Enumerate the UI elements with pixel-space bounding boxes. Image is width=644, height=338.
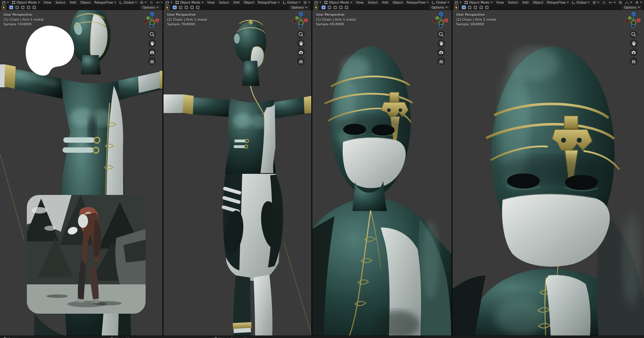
editor-type-selector[interactable] (165, 1, 172, 5)
select-mode-subtract[interactable] (473, 5, 477, 9)
retopoflow-menu[interactable]: RetopoFlow (258, 1, 280, 4)
show-gizmo-selector[interactable] (635, 1, 642, 5)
mode-selector[interactable]: Object Mode (12, 1, 40, 4)
select-mode-extend[interactable] (178, 5, 182, 9)
active-tool-button[interactable] (165, 5, 170, 10)
camera-view-button[interactable] (630, 48, 638, 56)
menu-add[interactable]: Add (69, 1, 77, 4)
viewport-canvas-4[interactable]: User Perspective (1) Chain | Arm 1 metal… (453, 10, 644, 335)
select-mode-invert[interactable] (190, 5, 194, 9)
zoom-button[interactable] (437, 30, 445, 38)
pan-button[interactable] (297, 39, 305, 47)
active-tool-button[interactable] (454, 5, 459, 10)
menu-select[interactable]: Select (55, 1, 66, 4)
select-mode-invert[interactable] (479, 5, 483, 9)
menu-select[interactable]: Select (507, 1, 519, 4)
pivot-point-selector[interactable] (140, 1, 147, 4)
menu-select[interactable]: Select (367, 1, 379, 4)
select-mode-extend[interactable] (327, 5, 331, 9)
mode-selector[interactable]: Object Mode (464, 1, 493, 4)
select-mode-set[interactable] (321, 5, 326, 9)
transform-orientation[interactable]: Global (283, 1, 301, 4)
reference-image[interactable] (23, 195, 146, 314)
menu-add[interactable]: Add (522, 1, 529, 4)
zoom-button[interactable] (148, 30, 156, 38)
editor-type-selector[interactable] (314, 1, 321, 5)
select-mode-extend[interactable] (15, 5, 19, 9)
menu-view[interactable]: View (43, 1, 52, 4)
transform-orientation[interactable]: Global (572, 1, 590, 4)
select-mode-set[interactable] (462, 5, 466, 9)
menu-add[interactable]: Add (381, 1, 389, 4)
navigation-gizmo[interactable]: Z Y X (143, 11, 161, 28)
ortho-toggle-button[interactable] (297, 57, 305, 65)
select-mode-intersect[interactable] (344, 5, 348, 9)
camera-view-button[interactable] (437, 48, 445, 56)
retopoflow-menu[interactable]: RetopoFlow (547, 1, 569, 4)
viewport-canvas-2[interactable]: User Perspective (1) Chain | Arm 1 metal… (164, 10, 311, 335)
select-mode-invert[interactable] (338, 5, 343, 9)
transform-orientation[interactable]: Global (431, 1, 450, 4)
pan-button[interactable] (630, 39, 638, 47)
select-mode-extend[interactable] (467, 5, 472, 9)
options-button[interactable]: Options (621, 5, 643, 10)
ortho-toggle-button[interactable] (437, 57, 445, 65)
mode-selector[interactable]: Object Mode (175, 1, 204, 4)
proportional-editing-toggle[interactable] (619, 1, 622, 4)
object-mode-icon (324, 1, 328, 4)
viewport-header: Object Mode View Select Add Object Retop… (453, 0, 644, 5)
active-tool-button[interactable] (314, 5, 318, 10)
pivot-point-selector[interactable] (592, 1, 599, 4)
navigation-gizmo[interactable]: Z Y X (624, 11, 643, 28)
zoom-button[interactable] (630, 30, 638, 38)
snap-target-selector[interactable] (609, 1, 616, 4)
ortho-toggle-button[interactable] (630, 57, 638, 65)
menu-view[interactable]: View (496, 1, 504, 4)
menu-select[interactable]: Select (218, 1, 230, 4)
menu-view[interactable]: View (355, 1, 364, 4)
navigation-gizmo[interactable]: Z Y X (292, 11, 310, 28)
retopoflow-menu[interactable]: RetopoFlow (94, 1, 116, 4)
editor-type-selector[interactable] (454, 1, 462, 5)
menu-object[interactable]: Object (392, 1, 404, 4)
menu-object[interactable]: Object (79, 1, 91, 4)
select-mode-subtract[interactable] (333, 5, 337, 9)
options-button[interactable]: Options (429, 5, 450, 10)
navigation-gizmo[interactable]: Z Y X (432, 11, 450, 28)
camera-view-button[interactable] (148, 48, 156, 56)
select-mode-subtract[interactable] (20, 5, 25, 9)
zoom-button[interactable] (297, 30, 305, 38)
falloff-selector[interactable] (625, 1, 632, 4)
pan-button[interactable] (148, 39, 156, 47)
select-mode-intersect[interactable] (195, 5, 200, 9)
select-mode-set[interactable] (9, 5, 13, 9)
active-tool-button[interactable] (1, 5, 6, 10)
pivot-point-selector[interactable] (303, 1, 310, 4)
select-mode-set[interactable] (172, 5, 177, 9)
pan-button[interactable] (437, 39, 445, 47)
options-button[interactable]: Options (140, 5, 161, 10)
menu-object[interactable]: Object (243, 1, 255, 4)
ortho-toggle-button[interactable] (148, 57, 156, 65)
menu-object[interactable]: Object (532, 1, 544, 4)
select-mode-subtract[interactable] (184, 5, 188, 9)
viewport-canvas-3[interactable]: User Perspective (1) Chain | Arm 1 metal… (312, 10, 452, 335)
viewport-canvas-1[interactable]: User Perspective (1) Chain | Arm 1 metal… (0, 10, 162, 335)
retopoflow-menu[interactable]: RetopoFlow (407, 1, 429, 4)
svg-text:X: X (445, 19, 447, 22)
transform-orientation[interactable]: Global (119, 1, 137, 4)
menu-view[interactable]: View (206, 1, 215, 4)
select-mode-intersect[interactable] (32, 5, 36, 9)
snap-toggle[interactable] (602, 1, 606, 4)
options-button[interactable]: Options (289, 5, 310, 10)
dropdown-arrow-icon (597, 2, 599, 3)
snap-toggle[interactable] (150, 1, 153, 4)
mode-selector[interactable]: Object Mode (324, 1, 352, 4)
snap-target-selector[interactable] (156, 1, 162, 4)
camera-view-button[interactable] (297, 48, 305, 56)
dropdown-arrow-icon (278, 2, 280, 3)
select-mode-invert[interactable] (26, 5, 30, 9)
select-mode-intersect[interactable] (484, 5, 489, 9)
editor-type-selector[interactable] (2, 1, 9, 5)
menu-add[interactable]: Add (233, 1, 240, 4)
